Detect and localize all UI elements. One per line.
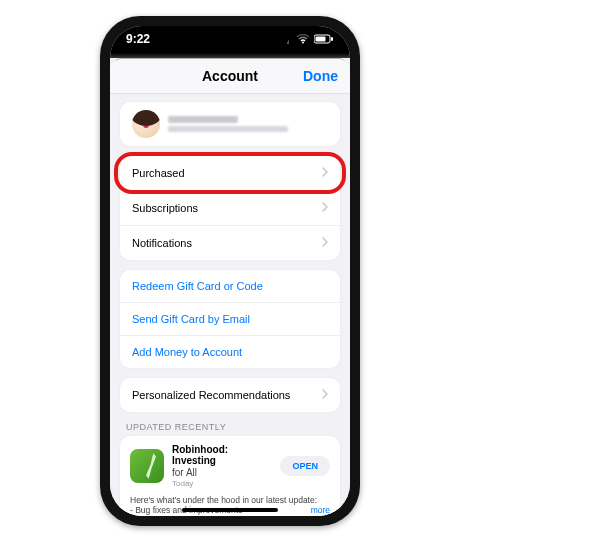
- chevron-icon: [322, 236, 328, 250]
- section-updated-recently: UPDATED RECENTLY: [126, 422, 336, 432]
- gift-links-group: Redeem Gift Card or Code Send Gift Card …: [120, 270, 340, 368]
- profile-email-blurred: [168, 126, 288, 132]
- notes-line1: Here's what's under the hood in our late…: [130, 495, 317, 505]
- device-notch: [170, 26, 290, 48]
- more-link[interactable]: more: [311, 505, 330, 516]
- app-card-robinhood[interactable]: Robinhood: Investing for All Today OPEN …: [120, 436, 340, 516]
- label-sendgift: Send Gift Card by Email: [132, 313, 328, 325]
- row-sendgift[interactable]: Send Gift Card by Email: [120, 302, 340, 335]
- label-purchased: Purchased: [132, 167, 316, 179]
- svg-point-4: [302, 42, 304, 44]
- svg-rect-6: [316, 37, 326, 42]
- app-icon-robinhood: [130, 449, 164, 483]
- label-addmoney: Add Money to Account: [132, 346, 328, 358]
- app-notes-robinhood: Here's what's under the hood in our late…: [130, 495, 330, 516]
- profile-card[interactable]: [120, 102, 340, 146]
- account-actions-group: Purchased Subscriptions: [120, 156, 340, 260]
- svg-rect-7: [331, 37, 333, 41]
- chevron-icon: [322, 201, 328, 215]
- profile-name-blurred: [168, 116, 238, 123]
- profile-text: [168, 116, 328, 132]
- label-redeem: Redeem Gift Card or Code: [132, 280, 328, 292]
- sheet-header: Account Done: [110, 59, 350, 94]
- row-recommendations[interactable]: Personalized Recommendations: [120, 378, 340, 412]
- label-subscriptions: Subscriptions: [132, 202, 316, 214]
- app-date-robinhood: Today: [172, 479, 272, 488]
- recommendations-group: Personalized Recommendations: [120, 378, 340, 412]
- chevron-icon: [322, 166, 328, 180]
- label-recommendations: Personalized Recommendations: [132, 389, 316, 401]
- account-sheet: Account Done: [110, 59, 350, 516]
- row-purchased[interactable]: Purchased: [120, 156, 340, 190]
- avatar: [132, 110, 160, 138]
- battery-icon: [314, 34, 334, 44]
- phone-frame: 9:22: [100, 16, 360, 526]
- home-indicator[interactable]: [182, 508, 278, 512]
- done-button[interactable]: Done: [303, 59, 338, 93]
- wifi-icon: [296, 34, 310, 44]
- app-subtitle-robinhood: for All: [172, 467, 272, 479]
- open-button-robinhood[interactable]: OPEN: [280, 456, 330, 476]
- chevron-icon: [322, 388, 328, 402]
- status-time: 9:22: [126, 32, 150, 46]
- app-name-robinhood: Robinhood: Investing: [172, 444, 272, 467]
- row-addmoney[interactable]: Add Money to Account: [120, 335, 340, 368]
- label-notifications: Notifications: [132, 237, 316, 249]
- row-redeem[interactable]: Redeem Gift Card or Code: [120, 270, 340, 302]
- sheet-title: Account: [202, 68, 258, 84]
- row-subscriptions[interactable]: Subscriptions: [120, 190, 340, 225]
- row-notifications[interactable]: Notifications: [120, 225, 340, 260]
